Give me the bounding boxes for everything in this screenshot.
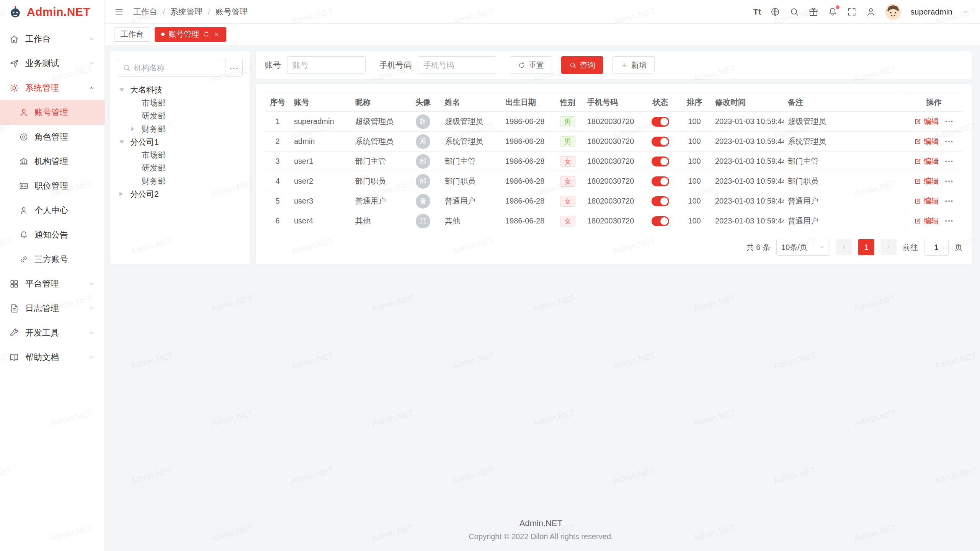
status-toggle[interactable] xyxy=(652,137,669,147)
fullscreen-icon[interactable] xyxy=(847,7,857,17)
edit-button[interactable]: 编辑 xyxy=(914,116,939,127)
sidebar-item-help-docs[interactable]: 帮助文档 xyxy=(0,345,105,370)
breadcrumb-separator: / xyxy=(208,7,210,16)
table-row: 4 user2 部门职员 部 部门职员 1986-06-28 女 1802003… xyxy=(265,171,962,191)
org-more-button[interactable]: ··· xyxy=(225,59,243,77)
edit-icon xyxy=(914,138,921,145)
add-button[interactable]: 新增 xyxy=(612,56,655,74)
row-avatar: 普 xyxy=(416,194,430,209)
app-logo[interactable]: Admin.NET xyxy=(0,0,105,24)
link-icon xyxy=(19,255,28,264)
tree-node[interactable]: 分公司1 xyxy=(118,135,243,148)
phone-label: 手机号码 xyxy=(379,60,412,70)
edit-button[interactable]: 编辑 xyxy=(914,196,939,206)
tree-node[interactable]: 财务部 xyxy=(118,174,243,187)
tree-node[interactable]: 分公司2 xyxy=(118,187,243,201)
tree-node[interactable]: 研发部 xyxy=(118,109,243,122)
sidebar-menu: 工作台 业务测试 系统管理 账号管理 角色管理 xyxy=(0,24,105,370)
status-toggle[interactable] xyxy=(652,117,669,127)
breadcrumb-item-account-management[interactable]: 账号管理 xyxy=(216,7,248,17)
column-header: 头像 xyxy=(405,93,441,111)
bell-icon xyxy=(19,230,28,240)
page-number-button[interactable]: 1 xyxy=(858,239,874,255)
sidebar-item-notice-announcement[interactable]: 通知公告 xyxy=(0,223,105,247)
page-size-select[interactable]: 10条/页 xyxy=(776,239,830,256)
sidebar-item-workbench[interactable]: 工作台 xyxy=(0,27,105,51)
sidebar-item-position-management[interactable]: 职位管理 xyxy=(0,174,105,198)
user-icon[interactable] xyxy=(866,7,876,17)
edit-button[interactable]: 编辑 xyxy=(914,176,939,186)
tree-node[interactable]: 市场部 xyxy=(118,96,243,109)
gift-icon[interactable] xyxy=(808,7,818,17)
caret-right-icon[interactable] xyxy=(119,192,130,196)
tree-node[interactable]: 财务部 xyxy=(118,122,243,135)
tree-node[interactable]: 市场部 xyxy=(118,148,243,161)
tree-node[interactable]: 研发部 xyxy=(118,161,243,174)
status-toggle[interactable] xyxy=(652,156,669,166)
more-actions-button[interactable]: ··· xyxy=(945,117,954,126)
search-button[interactable]: 查询 xyxy=(561,56,603,74)
sidebar-item-dev-tools[interactable]: 开发工具 xyxy=(0,321,105,345)
prev-page-button[interactable] xyxy=(836,239,852,255)
main-area: 工作台 / 系统管理 / 账号管理 Tt sup xyxy=(105,0,980,551)
phone-input[interactable] xyxy=(418,56,496,74)
more-actions-button[interactable]: ··· xyxy=(945,177,954,186)
table-row: 5 user3 普通用户 普 普通用户 1986-06-28 女 1802003… xyxy=(265,191,962,211)
refresh-icon[interactable] xyxy=(203,31,209,37)
column-header: 状态 xyxy=(643,93,678,111)
logo-robot-icon xyxy=(8,5,22,19)
breadcrumb-item-workbench[interactable]: 工作台 xyxy=(133,7,157,17)
org-name-input[interactable] xyxy=(134,64,216,72)
account-input[interactable] xyxy=(287,56,366,74)
sidebar-item-third-party-account[interactable]: 三方账号 xyxy=(0,247,105,272)
language-icon[interactable] xyxy=(770,7,780,17)
more-actions-button[interactable]: ··· xyxy=(945,137,954,146)
username[interactable]: superadmin xyxy=(910,7,952,16)
sidebar-item-platform-management[interactable]: 平台管理 xyxy=(0,272,105,296)
caret-right-icon[interactable] xyxy=(131,127,142,131)
sidebar-item-system-management[interactable]: 系统管理 xyxy=(0,76,105,100)
sidebar-item-log-management[interactable]: 日志管理 xyxy=(0,296,105,321)
sidebar-item-business-test[interactable]: 业务测试 xyxy=(0,51,105,76)
column-header: 账号 xyxy=(290,93,351,111)
tree-node[interactable]: 大名科技 xyxy=(118,83,243,96)
edit-button[interactable]: 编辑 xyxy=(914,216,939,226)
tab-workbench[interactable]: 工作台 xyxy=(114,27,150,42)
column-header: 性别 xyxy=(552,93,583,111)
caret-down-icon[interactable] xyxy=(119,140,130,144)
sidebar-item-org-management[interactable]: 机构管理 xyxy=(0,149,105,174)
menu-toggle-icon[interactable] xyxy=(114,7,124,17)
edit-button[interactable]: 编辑 xyxy=(914,156,939,166)
topbar-actions: Tt superadmin xyxy=(753,4,969,20)
status-toggle[interactable] xyxy=(652,216,669,226)
chevron-up-icon xyxy=(88,84,95,92)
sidebar-item-account-management[interactable]: 账号管理 xyxy=(0,100,105,125)
more-actions-button[interactable]: ··· xyxy=(945,197,954,205)
goto-page-input[interactable] xyxy=(924,239,949,256)
document-icon xyxy=(9,303,19,313)
reset-button[interactable]: 重置 xyxy=(510,56,552,74)
search-icon[interactable] xyxy=(789,7,799,17)
close-icon[interactable] xyxy=(213,31,220,37)
status-toggle[interactable] xyxy=(652,176,669,186)
caret-down-icon[interactable] xyxy=(119,88,130,92)
chevron-down-icon[interactable] xyxy=(962,8,969,15)
more-actions-button[interactable]: ··· xyxy=(945,157,954,166)
sidebar-item-role-management[interactable]: 角色管理 xyxy=(0,125,105,149)
pagination-total: 共 6 条 xyxy=(746,242,770,253)
app-title: Admin.NET xyxy=(27,5,90,18)
org-search-box xyxy=(118,59,221,77)
notifications-button[interactable] xyxy=(828,7,838,17)
status-toggle[interactable] xyxy=(652,196,669,206)
column-header: 昵称 xyxy=(351,93,405,111)
edit-button[interactable]: 编辑 xyxy=(914,136,939,147)
tab-account-management[interactable]: 账号管理 xyxy=(155,27,226,42)
goto-label: 前往 xyxy=(903,242,918,253)
more-actions-button[interactable]: ··· xyxy=(945,217,954,225)
sidebar-item-personal-center[interactable]: 个人中心 xyxy=(0,198,105,223)
pagination: 共 6 条 10条/页 1 前往 页 xyxy=(265,239,962,256)
next-page-button[interactable] xyxy=(880,239,897,255)
breadcrumb-item-system-management[interactable]: 系统管理 xyxy=(170,7,203,17)
font-size-icon[interactable]: Tt xyxy=(753,7,761,17)
user-avatar[interactable] xyxy=(885,4,901,20)
